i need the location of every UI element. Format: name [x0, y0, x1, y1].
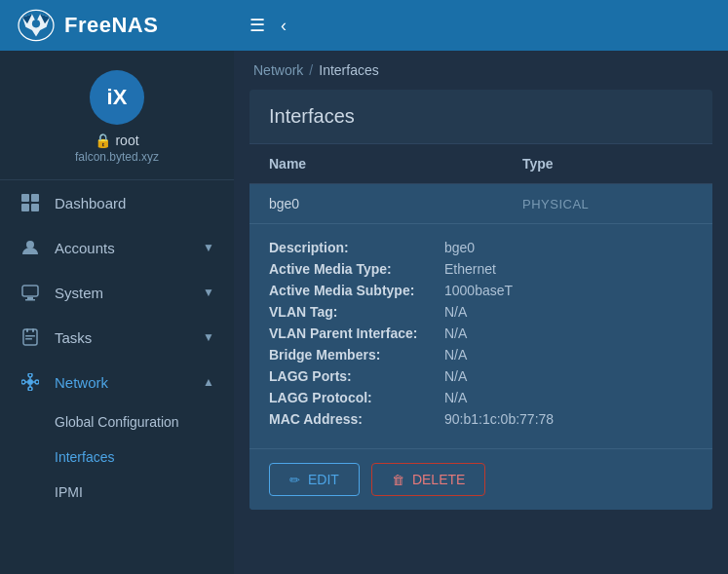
svg-rect-5 [31, 204, 39, 211]
svg-point-1 [32, 19, 40, 27]
global-config-label: Global Configuration [55, 414, 179, 430]
network-arrow: ▲ [203, 375, 214, 389]
detail-vlan-parent: VLAN Parent Interface: N/A [269, 325, 693, 341]
svg-rect-9 [25, 299, 35, 301]
menu-button[interactable]: ☰ [249, 15, 265, 36]
breadcrumb-parent[interactable]: Network [253, 62, 303, 78]
svg-rect-8 [27, 297, 33, 299]
user-section: iX 🔒 root falcon.byted.xyz [0, 51, 234, 180]
col-name-header: Name [249, 144, 503, 183]
user-name-text: root [115, 133, 138, 148]
lock-icon: 🔒 [95, 133, 111, 148]
card-title: Interfaces [249, 90, 712, 144]
row-name: bge0 [269, 196, 522, 211]
edit-label: EDIT [308, 472, 339, 487]
user-hostname: falcon.byted.xyz [75, 150, 159, 164]
svg-point-17 [28, 387, 32, 391]
sidebar-sub-interfaces[interactable]: Interfaces [0, 440, 234, 475]
sidebar-sub-global-config[interactable]: Global Configuration [0, 404, 234, 440]
tasks-icon [19, 326, 41, 348]
system-icon [19, 282, 41, 303]
sidebar-item-accounts[interactable]: Accounts ▼ [0, 225, 234, 270]
lagg-protocol-label: LAGG Protocol: [269, 390, 444, 405]
vlan-tag-value: N/A [444, 304, 467, 320]
accounts-label: Accounts [55, 240, 203, 256]
detail-description: Description: bge0 [269, 240, 693, 255]
sidebar-header: FreeNAS [0, 0, 234, 51]
dashboard-label: Dashboard [55, 195, 214, 211]
vlan-parent-value: N/A [444, 325, 467, 341]
svg-rect-11 [26, 328, 28, 332]
vlan-parent-label: VLAN Parent Interface: [269, 325, 444, 341]
detail-media-subtype: Active Media Subtype: 1000baseT [269, 283, 693, 298]
back-button[interactable]: ‹ [281, 16, 287, 36]
delete-button[interactable]: 🗑 DELETE [371, 463, 485, 496]
topbar: ☰ ‹ [234, 0, 728, 51]
interfaces-label: Interfaces [55, 449, 114, 465]
row-type: PHYSICAL [522, 197, 693, 211]
detail-lagg-ports: LAGG Ports: N/A [269, 368, 693, 384]
svg-point-6 [26, 241, 34, 249]
media-type-value: Ethernet [444, 261, 496, 277]
table-row-container: bge0 PHYSICAL Description: bge0 Active M… [249, 184, 712, 510]
sidebar-item-dashboard[interactable]: Dashboard [0, 180, 234, 225]
edit-icon: ✏ [289, 473, 300, 487]
bridge-members-value: N/A [444, 347, 467, 363]
vlan-tag-label: VLAN Tag: [269, 304, 444, 320]
system-arrow: ▼ [203, 286, 214, 299]
svg-rect-12 [32, 328, 34, 332]
lagg-ports-label: LAGG Ports: [269, 368, 444, 384]
system-label: System [55, 285, 203, 301]
svg-rect-4 [21, 204, 29, 211]
description-value: bge0 [444, 240, 475, 255]
delete-icon: 🗑 [392, 473, 404, 487]
sidebar-item-system[interactable]: System ▼ [0, 270, 234, 315]
tasks-arrow: ▼ [203, 330, 214, 344]
dashboard-icon [19, 192, 41, 213]
col-type-header: Type [503, 144, 712, 183]
user-avatar: iX [90, 70, 144, 125]
breadcrumb-separator: / [309, 62, 313, 78]
network-label: Network [55, 374, 203, 391]
breadcrumb-current: Interfaces [319, 62, 378, 78]
svg-point-15 [27, 379, 33, 385]
avatar-text: iX [107, 85, 128, 110]
accounts-arrow: ▼ [203, 241, 214, 254]
breadcrumb: Network / Interfaces [234, 51, 728, 90]
network-icon [19, 371, 41, 393]
edit-button[interactable]: ✏ EDIT [269, 463, 360, 496]
interfaces-card: Interfaces Name Type bge0 PHYSICAL Descr… [249, 90, 712, 510]
tasks-label: Tasks [55, 329, 203, 346]
svg-rect-7 [22, 286, 38, 296]
mac-value: 90:b1:1c:0b:77:78 [444, 411, 554, 427]
table-header: Name Type [249, 144, 712, 184]
sidebar-item-network[interactable]: Network ▲ [0, 360, 234, 404]
detail-media-type: Active Media Type: Ethernet [269, 261, 693, 277]
media-type-label: Active Media Type: [269, 261, 444, 277]
svg-rect-3 [31, 194, 39, 202]
media-subtype-value: 1000baseT [444, 283, 513, 298]
content-area: Interfaces Name Type bge0 PHYSICAL Descr… [234, 90, 728, 574]
sidebar-item-tasks[interactable]: Tasks ▼ [0, 315, 234, 360]
detail-vlan-tag: VLAN Tag: N/A [269, 304, 693, 320]
sidebar: FreeNAS iX 🔒 root falcon.byted.xyz Dashb… [0, 0, 234, 574]
main-content: ☰ ‹ Network / Interfaces Interfaces Name… [234, 0, 728, 574]
delete-label: DELETE [412, 472, 465, 487]
svg-point-16 [28, 373, 32, 377]
lagg-protocol-value: N/A [444, 390, 467, 405]
detail-bridge-members: Bridge Members: N/A [269, 347, 693, 363]
detail-lagg-protocol: LAGG Protocol: N/A [269, 390, 693, 405]
detail-mac: MAC Address: 90:b1:1c:0b:77:78 [269, 411, 693, 427]
svg-point-19 [35, 380, 39, 384]
table-row[interactable]: bge0 PHYSICAL [249, 184, 712, 223]
svg-rect-2 [21, 194, 29, 202]
svg-point-18 [21, 380, 25, 384]
freenas-logo [16, 8, 57, 43]
svg-rect-13 [25, 335, 35, 337]
details-panel: Description: bge0 Active Media Type: Eth… [249, 223, 712, 448]
user-name-row: 🔒 root [95, 133, 138, 148]
bridge-members-label: Bridge Members: [269, 347, 444, 363]
sidebar-sub-ipmi[interactable]: IPMI [0, 475, 234, 510]
ipmi-label: IPMI [55, 484, 83, 500]
svg-rect-14 [25, 338, 32, 340]
